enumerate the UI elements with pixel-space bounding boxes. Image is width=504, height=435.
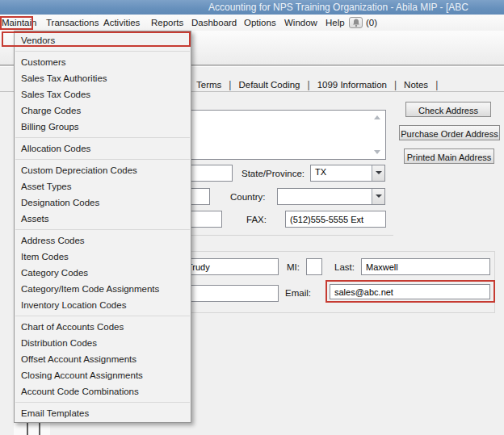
menu-item-category-item-code-assignments[interactable]: Category/Item Code Assignments [15, 281, 191, 297]
menu-item-chart-of-accounts-codes[interactable]: Chart of Accounts Codes [15, 319, 191, 335]
menu-item-billing-groups[interactable]: Billing Groups [15, 119, 191, 135]
divider [27, 423, 28, 435]
menu-separator [15, 137, 190, 138]
menu-item-sales-tax-authorities[interactable]: Sales Tax Authorities [15, 70, 191, 86]
menubar-item-window[interactable]: Window [284, 15, 317, 31]
email-label: Email: [285, 288, 311, 298]
last-name-label: Last: [334, 262, 355, 272]
chevron-down-icon[interactable] [372, 165, 384, 181]
country-combobox[interactable] [277, 188, 385, 205]
highlight-vendors-item [2, 31, 191, 47]
country-label: Country: [230, 192, 265, 202]
tab-default-coding[interactable]: Default Coding [231, 80, 307, 90]
menu-item-address-codes[interactable]: Address Codes [15, 232, 191, 249]
menu-separator [15, 51, 190, 52]
state-province-value: TX [315, 167, 326, 177]
fax-field[interactable] [285, 211, 386, 228]
state-province-combobox[interactable]: TX [310, 165, 385, 182]
menubar-item-activities[interactable]: Activities [103, 15, 140, 31]
menubar-item-options[interactable]: Options [244, 15, 276, 31]
mi-label: MI: [287, 262, 300, 272]
menubar-item-help[interactable]: Help [326, 15, 345, 31]
chevron-down-icon[interactable] [372, 189, 384, 204]
menu-item-closing-account-assignments[interactable]: Closing Account Assignments [15, 367, 191, 383]
highlight-maintain-menu [0, 16, 33, 30]
menu-item-item-codes[interactable]: Item Codes [15, 249, 191, 265]
menu-item-sales-tax-codes[interactable]: Sales Tax Codes [15, 86, 191, 102]
menu-item-allocation-codes[interactable]: Allocation Codes [15, 140, 191, 157]
maintain-dropdown-menu: Vendors Customers Sales Tax Authorities … [14, 31, 191, 423]
menu-item-offset-account-assignments[interactable]: Offset Account Assignments [15, 351, 191, 367]
highlight-email-field [326, 280, 495, 303]
tab-terms[interactable]: Terms [189, 80, 229, 90]
menu-item-category-codes[interactable]: Category Codes [15, 265, 191, 281]
menu-item-custom-depreciation-codes[interactable]: Custom Depreciation Codes [15, 162, 191, 178]
scroll-up-icon[interactable] [374, 115, 380, 119]
menu-separator [15, 402, 190, 403]
tab-1099-information[interactable]: 1099 Information [310, 80, 394, 90]
vendor-tabstrip: Terms | Default Coding | 1099 Informatio… [189, 77, 438, 91]
divider [39, 423, 40, 435]
menu-item-distribution-codes[interactable]: Distribution Codes [15, 335, 191, 351]
menu-item-designation-codes[interactable]: Designation Codes [15, 194, 191, 211]
fax-label: FAX: [246, 215, 267, 224]
menu-separator [15, 159, 190, 160]
menubar-item-reports[interactable]: Reports [151, 15, 183, 31]
menu-item-account-code-combinations[interactable]: Account Code Combinations [15, 383, 191, 399]
tab-separator: | [435, 79, 438, 90]
title-bar: Accounting for NPS Training Organization… [0, 0, 504, 15]
menu-item-charge-codes[interactable]: Charge Codes [15, 102, 191, 119]
menu-separator [15, 229, 190, 230]
purchase-order-address-button[interactable]: Purchase Order Address [399, 125, 500, 140]
menu-item-customers[interactable]: Customers [15, 54, 191, 70]
check-address-button[interactable]: Check Address [405, 102, 491, 117]
menubar-item-dashboard[interactable]: Dashboard [191, 15, 237, 31]
first-name-field[interactable] [183, 258, 279, 275]
menu-item-asset-types[interactable]: Asset Types [15, 178, 191, 194]
menu-item-assets[interactable]: Assets [15, 211, 191, 227]
menu-separator [15, 316, 190, 316]
last-name-field[interactable] [361, 258, 490, 275]
menu-item-email-templates[interactable]: Email Templates [15, 405, 191, 421]
menu-item-inventory-location-codes[interactable]: Inventory Location Codes [15, 297, 191, 313]
background-window-fragment [14, 423, 50, 435]
state-province-label: State/Province: [242, 169, 304, 178]
printed-main-address-button[interactable]: Printed Main Address [404, 148, 494, 164]
notification-count: (0) [366, 15, 377, 31]
contact-extra-field[interactable] [183, 285, 279, 302]
menubar-item-transactions[interactable]: Transactions [46, 15, 99, 31]
tab-notes[interactable]: Notes [397, 80, 435, 90]
scroll-down-icon[interactable] [374, 150, 380, 154]
menu-bar: Maintain Transactions Activities Reports… [0, 15, 504, 31]
window-title: Accounting for NPS Training Organization… [208, 2, 468, 13]
app-window: Terms | Default Coding | 1099 Informatio… [0, 0, 504, 435]
mi-field[interactable] [306, 258, 322, 275]
notification-bell-icon[interactable] [349, 17, 363, 28]
